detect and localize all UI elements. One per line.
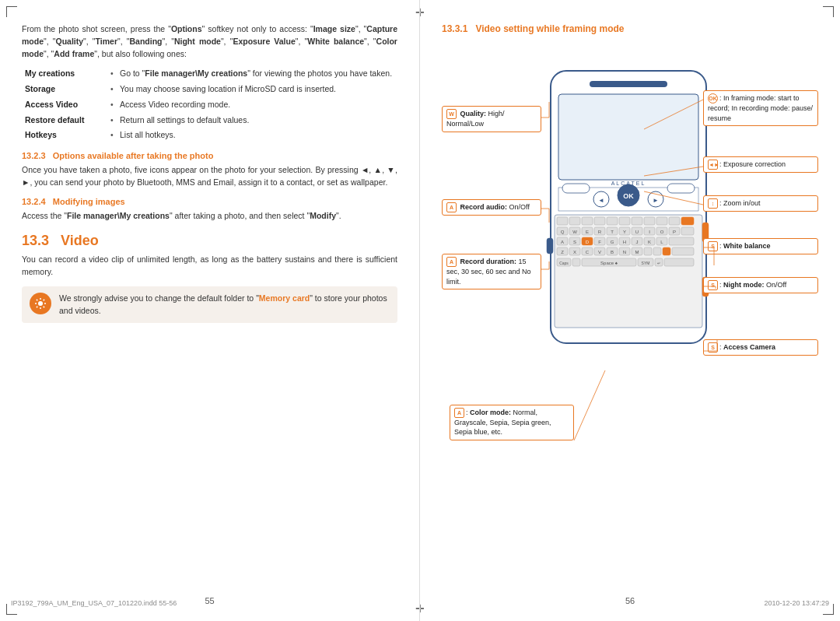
svg-text:E: E	[586, 230, 589, 234]
left-page-number: 55	[205, 596, 214, 605]
night-mode-label: Night mode:	[723, 281, 765, 289]
note-box: We strongly advise you to change the def…	[22, 286, 397, 324]
ok-icon: OK	[708, 93, 718, 104]
note-text: We strongly advise you to change the def…	[59, 293, 390, 318]
svg-text:V: V	[598, 250, 601, 254]
def-row-access-video: Access Video • Access Video recording mo…	[22, 97, 397, 113]
svg-rect-24	[669, 217, 680, 225]
svg-rect-25	[681, 217, 694, 225]
section-1331-number: 13.3.1	[442, 23, 473, 34]
record-audio-icon: A	[446, 202, 457, 212]
svg-text:Y: Y	[623, 230, 626, 234]
bullet-access-video: •	[107, 97, 117, 113]
def-row-hotkeys: Hotkeys • List all hotkeys.	[22, 128, 397, 143]
annotation-color-mode: A: Color mode: Normal, Grayscale, Sepia,…	[450, 405, 574, 440]
phone-diagram: ◄ OK ► ALCATEL	[442, 44, 818, 464]
night-mode-icon: S	[708, 280, 718, 290]
svg-text:↵: ↵	[657, 261, 660, 265]
annotation-ok: OK: In framing mode: start to record; In…	[703, 90, 818, 126]
term-access-video: Access Video	[22, 97, 107, 113]
section-1331-title: Video setting while framing mode	[475, 23, 624, 34]
svg-line-112	[574, 370, 605, 440]
svg-text:A: A	[561, 240, 564, 244]
right-page: 13.3.1 Video setting while framing mode	[420, 0, 840, 621]
svg-rect-46	[681, 227, 694, 235]
quality-label: Quality:	[460, 110, 487, 118]
phone-image: ◄ OK ► ALCATEL	[543, 67, 714, 347]
svg-rect-15	[557, 217, 568, 225]
svg-text:Caps: Caps	[559, 261, 569, 265]
desc-access-video: Access Video recording mode.	[117, 97, 397, 113]
svg-rect-22	[644, 217, 655, 225]
section-1324-heading: 13.2.4 Modifying images	[22, 197, 397, 206]
svg-text:SYM: SYM	[642, 261, 650, 265]
access-camera-label: Access Camera	[723, 343, 775, 351]
def-row-storage: Storage • You may choose saving location…	[22, 82, 397, 97]
white-balance-label: White balance	[723, 242, 771, 250]
section-1331-heading: 13.3.1 Video setting while framing mode	[442, 23, 818, 34]
svg-text:D: D	[586, 240, 590, 244]
svg-text:S: S	[573, 240, 576, 244]
section-1323-title: Options available after taking the photo	[53, 151, 214, 160]
def-row-my-creations: My creations • Go to "File manager\My cr…	[22, 66, 397, 82]
svg-text:W: W	[572, 230, 577, 234]
chapter-133-body: You can record a video clip of unlimited…	[22, 254, 397, 279]
white-balance-icon: S	[708, 241, 718, 251]
annotation-night-mode: S: Night mode: On/Off	[703, 277, 818, 293]
svg-text:R: R	[598, 230, 602, 234]
record-audio-label: Record audio:	[460, 203, 508, 211]
chapter-133-number: 13.3	[22, 233, 57, 248]
section-1324-number: 13.2.4	[22, 197, 51, 206]
svg-text:F: F	[598, 240, 601, 244]
annotation-record-audio: A Record audio: On/Off	[442, 199, 541, 216]
term-restore-default: Restore default	[22, 113, 107, 128]
svg-rect-81	[653, 247, 661, 255]
svg-text:►: ►	[653, 197, 659, 204]
footer-left: IP3192_799A_UM_Eng_USA_07_101220.indd 55…	[11, 599, 177, 607]
desc-my-creations: Go to "File manager\My creations" for vi…	[117, 66, 397, 82]
footer-right: 2010-12-20 13:47:29	[764, 599, 829, 607]
section-1324-body: Access the "File manager\My creations" a…	[22, 210, 397, 223]
record-duration-label: Record duration:	[460, 258, 517, 265]
svg-rect-93	[664, 258, 694, 266]
svg-text:O: O	[660, 230, 664, 234]
svg-rect-86	[572, 258, 580, 266]
svg-text:N: N	[623, 250, 626, 254]
svg-rect-21	[632, 217, 642, 225]
svg-rect-20	[619, 217, 630, 225]
desc-restore-default: Return all settings to default values.	[117, 113, 397, 128]
svg-rect-12	[667, 184, 695, 193]
svg-text:G: G	[611, 240, 614, 244]
color-mode-icon: A	[454, 408, 464, 418]
svg-rect-17	[582, 217, 593, 225]
svg-point-0	[38, 301, 43, 306]
svg-text:ALCATEL: ALCATEL	[611, 181, 646, 186]
definition-table: My creations • Go to "File manager\My cr…	[22, 66, 397, 143]
annotation-record-duration: A Record duration: 15 sec, 30 sec, 60 se…	[442, 254, 541, 289]
desc-storage: You may choose saving location if MicroS…	[117, 82, 397, 97]
quality-icon: W	[446, 109, 457, 119]
svg-text:Q: Q	[561, 230, 565, 234]
chapter-133-heading: 13.3 Video	[22, 233, 397, 249]
page-container: ✛ ✛ From the photo shot screen, press th…	[0, 0, 840, 621]
svg-rect-80	[644, 247, 652, 255]
svg-text:U: U	[635, 230, 639, 234]
svg-text:Z: Z	[561, 250, 564, 254]
svg-rect-3	[558, 94, 698, 180]
svg-rect-96	[547, 238, 553, 254]
record-duration-icon: A	[446, 257, 457, 267]
def-row-restore-default: Restore default • Return all settings to…	[22, 113, 397, 128]
svg-rect-11	[562, 184, 590, 193]
svg-text:H: H	[623, 240, 626, 244]
svg-text:J: J	[636, 240, 639, 244]
color-mode-label: Color mode:	[470, 409, 511, 416]
left-page: From the photo shot screen, press the "O…	[0, 0, 420, 621]
svg-rect-65	[669, 237, 694, 245]
right-page-number: 56	[625, 596, 635, 605]
section-1324-title: Modifying images	[53, 197, 125, 206]
note-icon	[30, 293, 51, 314]
svg-rect-19	[607, 217, 618, 225]
svg-text:◄: ◄	[598, 197, 604, 204]
svg-rect-18	[594, 217, 605, 225]
bullet-storage: •	[107, 82, 117, 97]
